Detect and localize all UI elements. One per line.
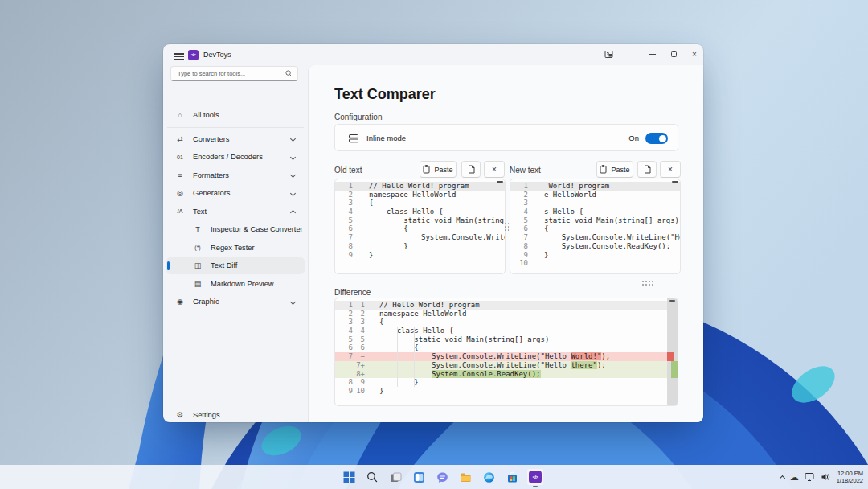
diff-row: 44 class Hello { bbox=[335, 327, 678, 335]
scrollbar-thumb[interactable] bbox=[497, 181, 503, 183]
file-explorer-button[interactable] bbox=[457, 468, 474, 486]
minimize-icon bbox=[649, 54, 656, 55]
close-icon: × bbox=[692, 51, 697, 59]
file-icon bbox=[468, 165, 475, 174]
sidebar-item-all-tools[interactable]: ⌂ All tools bbox=[166, 106, 305, 123]
old-text-lines: 1// Hello World! program 2namespace Hell… bbox=[335, 182, 505, 259]
chevron-down-icon bbox=[290, 154, 296, 159]
sidebar-item-regex-tester[interactable]: (*) Regex Tester bbox=[166, 239, 305, 256]
sidebar-item-formatters[interactable]: ≡ Formatters bbox=[166, 166, 305, 183]
new-text-label: New text bbox=[510, 166, 541, 175]
converters-icon: ⇄ bbox=[175, 135, 185, 143]
diff-row: 22namespace HelloWorld bbox=[335, 310, 678, 318]
sidebar-item-text-diff[interactable]: ◫ Text Diff bbox=[166, 257, 305, 274]
sidebar-item-encoders-decoders[interactable]: 01 Encoders / Decoders bbox=[166, 149, 305, 166]
edge-button[interactable] bbox=[480, 468, 497, 486]
sidebar-item-graphic[interactable]: ◉ Graphic bbox=[166, 294, 305, 310]
maximize-icon bbox=[671, 51, 677, 57]
text-diff-icon: ◫ bbox=[193, 261, 203, 269]
difference-label: Difference bbox=[334, 288, 371, 297]
minimize-button[interactable] bbox=[642, 47, 663, 62]
desktop: </> DevToys × Type to search for tools..… bbox=[0, 0, 868, 489]
new-text-lines: 1 World! program 2e HelloWorld 3 4s Hell… bbox=[510, 182, 680, 268]
new-load-file-button[interactable] bbox=[637, 161, 657, 178]
new-paste-button[interactable]: Paste bbox=[596, 161, 633, 178]
sidebar-item-generators[interactable]: ◎ Generators bbox=[166, 185, 305, 202]
maximize-button[interactable] bbox=[663, 47, 684, 62]
difference-rows: 11// Hello World! program 22namespace He… bbox=[335, 301, 678, 396]
sidebar-item-inspector-case-converter[interactable]: T Inspector & Case Converter bbox=[166, 221, 305, 238]
chevron-down-icon bbox=[290, 190, 296, 195]
close-button[interactable]: × bbox=[684, 47, 703, 62]
windows-start-icon bbox=[343, 471, 355, 483]
added-marker bbox=[671, 361, 678, 378]
old-load-file-button[interactable] bbox=[461, 161, 481, 178]
clear-icon: × bbox=[492, 166, 497, 174]
tray-date: 1/18/2022 bbox=[837, 477, 863, 485]
titlebar[interactable]: </> DevToys × bbox=[163, 44, 703, 65]
old-clear-button[interactable]: × bbox=[484, 161, 505, 178]
file-explorer-icon bbox=[460, 471, 472, 483]
resize-grip[interactable] bbox=[642, 281, 655, 287]
task-view-icon bbox=[390, 471, 402, 483]
diff-row: 11// Hello World! program bbox=[335, 301, 678, 310]
store-button[interactable] bbox=[503, 468, 521, 486]
chevron-up-icon bbox=[290, 209, 296, 215]
new-clear-button[interactable]: × bbox=[660, 161, 681, 178]
inspector-icon: T bbox=[193, 225, 203, 233]
compact-overlay-button[interactable] bbox=[598, 47, 619, 62]
scrollbar-thumb[interactable] bbox=[672, 181, 678, 183]
new-text-editor[interactable]: 1 World! program 2e HelloWorld 3 4s Hell… bbox=[510, 179, 681, 274]
toggle-state-label: On bbox=[628, 134, 639, 142]
diff-row-removed: 7− System.Console.WriteLine("Hello World… bbox=[335, 352, 678, 361]
content-pane: Text Comparer Configuration Inline mode … bbox=[308, 65, 703, 422]
page-title: Text Comparer bbox=[334, 86, 436, 103]
devtoys-logo-icon: </> bbox=[188, 50, 199, 60]
inline-mode-toggle[interactable] bbox=[645, 133, 668, 144]
clear-icon: × bbox=[668, 166, 673, 174]
chevron-down-icon bbox=[290, 172, 296, 178]
paste-icon bbox=[423, 165, 430, 174]
edge-icon bbox=[483, 471, 495, 483]
diff-overview-ruler[interactable] bbox=[667, 298, 678, 405]
inline-mode-setting: Inline mode On bbox=[334, 124, 678, 151]
inline-mode-icon bbox=[348, 133, 359, 144]
taskbar-search-button[interactable] bbox=[363, 468, 381, 486]
gear-icon: ⚙ bbox=[175, 410, 185, 419]
scrollbar-thumb[interactable] bbox=[669, 300, 675, 302]
window-title: DevToys bbox=[203, 51, 231, 59]
sidebar-item-converters[interactable]: ⇄ Converters bbox=[166, 130, 305, 147]
file-icon bbox=[644, 165, 651, 174]
store-icon bbox=[506, 471, 518, 483]
sidebar: Type to search for tools... ⌂ All tools … bbox=[163, 65, 308, 422]
sidebar-item-markdown-preview[interactable]: ▤ Markdown Preview bbox=[166, 275, 305, 292]
search-input[interactable]: Type to search for tools... bbox=[170, 66, 298, 81]
regex-icon: (*) bbox=[193, 244, 203, 250]
taskbar-clock[interactable]: 12:00 PM 1/18/2022 bbox=[837, 470, 863, 485]
start-button[interactable] bbox=[340, 468, 358, 486]
search-icon[interactable] bbox=[285, 70, 293, 77]
old-paste-button[interactable]: Paste bbox=[420, 161, 457, 178]
old-text-editor[interactable]: 1// Hello World! program 2namespace Hell… bbox=[334, 179, 506, 274]
search-icon bbox=[366, 471, 378, 483]
panel-splitter-grip[interactable] bbox=[505, 223, 511, 232]
text-category-icon: /A bbox=[175, 208, 185, 215]
deleted-marker bbox=[667, 352, 674, 361]
diff-row: 66 { bbox=[335, 343, 678, 352]
network-icon[interactable] bbox=[805, 472, 815, 482]
widgets-button[interactable] bbox=[410, 468, 428, 486]
sidebar-item-text[interactable]: /A Text bbox=[166, 203, 305, 220]
compact-overlay-icon bbox=[604, 50, 613, 59]
hamburger-menu-icon[interactable] bbox=[170, 50, 188, 61]
tray-show-hidden-icons[interactable] bbox=[780, 475, 785, 480]
task-view-button[interactable] bbox=[387, 468, 404, 486]
sidebar-item-settings[interactable]: ⚙ Settings bbox=[166, 406, 305, 422]
paste-icon bbox=[600, 165, 607, 174]
chat-button[interactable] bbox=[433, 468, 451, 486]
inline-mode-label: Inline mode bbox=[366, 134, 406, 142]
devtoys-taskbar-button[interactable]: </> bbox=[526, 468, 544, 486]
speaker-icon[interactable] bbox=[821, 472, 831, 482]
old-text-label: Old text bbox=[334, 166, 362, 175]
onedrive-cloud-icon[interactable]: ☁ bbox=[790, 473, 799, 482]
difference-viewer[interactable]: 11// Hello World! program 22namespace He… bbox=[334, 298, 678, 406]
